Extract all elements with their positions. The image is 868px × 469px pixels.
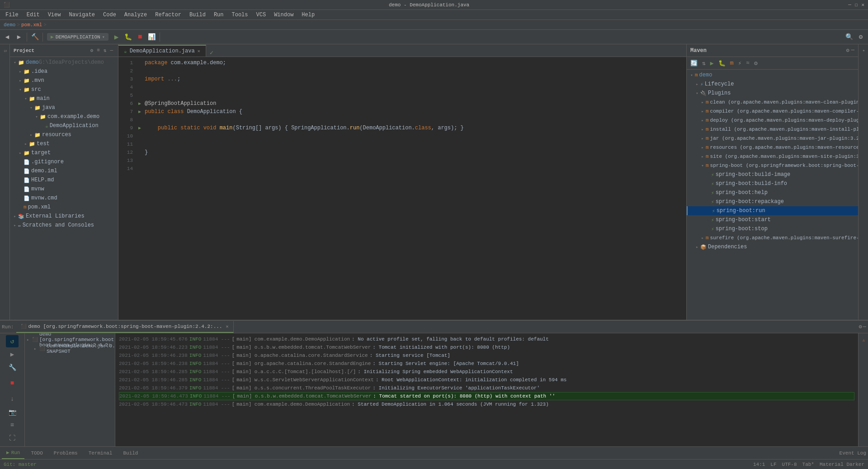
tree-item-pomxml[interactable]: m pom.xml — [10, 203, 118, 212]
run-expand-btn[interactable]: ⛶ — [6, 432, 19, 445]
toolbar-debug-btn[interactable]: 🐛 — [123, 32, 134, 43]
favorites-icon[interactable]: ★ — [861, 48, 866, 52]
minimize-button[interactable]: — — [848, 2, 851, 8]
tree-item-resources[interactable]: ▸ 📁 resources — [10, 130, 118, 139]
tab-close-btn[interactable]: ✕ — [198, 48, 200, 54]
status-encoding[interactable]: UTF-8 — [782, 462, 797, 467]
tree-item-main[interactable]: ▾ 📁 main — [10, 94, 118, 103]
maven-item-build-info[interactable]: ⚡ spring-boot:build-info — [687, 179, 858, 188]
tree-item-package[interactable]: ▾ 📁 com.example.demo — [10, 112, 118, 121]
event-log-btn[interactable]: Event Log — [840, 450, 866, 456]
maven-item-clean[interactable]: ▸ m clean (org.apache.maven.plugins:mave… — [687, 98, 858, 107]
maven-item-springboot[interactable]: ▾ m spring-boot (org.springframework.boo… — [687, 161, 858, 170]
run-sidebar-btn2[interactable]: ▶ — [6, 348, 19, 360]
panel-settings-btn[interactable]: ⚙ — [89, 47, 95, 54]
maven-settings2-btn[interactable]: ⚙ — [752, 59, 760, 68]
maven-run-btn[interactable]: ▶ — [708, 59, 716, 68]
maven-item-dependencies[interactable]: ▸ 📦 Dependencies — [687, 242, 858, 251]
maven-item-boot-stop[interactable]: ⚡ spring-boot:stop — [687, 224, 858, 233]
maven-hide-btn[interactable]: — — [851, 47, 854, 54]
status-git[interactable]: Git: master — [4, 462, 37, 467]
maven-item-install[interactable]: ▸ m install (org.apache.maven.plugins:ma… — [687, 125, 858, 134]
panel-gear-btn[interactable]: ⇅ — [102, 47, 108, 54]
run-scroll-btn[interactable]: ↓ — [6, 393, 19, 405]
toolbar-build-btn[interactable]: 🔨 — [29, 32, 40, 43]
action-tab-run[interactable]: ▶ Run — [2, 447, 24, 459]
editor-tab-demoapplication[interactable]: ☕ DemoApplication.java ✕ — [118, 45, 206, 57]
maven-item-lifecycle[interactable]: ▸ ⚡ Lifecycle — [687, 80, 858, 89]
action-tab-problems[interactable]: Problems — [49, 447, 82, 459]
panel-hide-btn[interactable]: — — [108, 47, 114, 54]
breadcrumb-demo[interactable]: demo — [4, 22, 15, 28]
run-stop-btn[interactable]: ■ — [6, 377, 19, 389]
panel-collapse-btn[interactable]: ≡ — [95, 47, 101, 54]
maven-item-demo[interactable]: ▾ m demo — [687, 71, 858, 80]
maven-item-build-image[interactable]: ⚡ spring-boot:build-image — [687, 170, 858, 179]
maven-execute-btn[interactable]: ⚡ — [736, 59, 743, 68]
run-button[interactable]: ▶ — [111, 32, 122, 43]
menu-navigate[interactable]: Navigate — [65, 11, 99, 19]
menu-window[interactable]: Window — [270, 11, 297, 19]
status-lf[interactable]: LF — [770, 462, 776, 467]
action-tab-todo[interactable]: TODO — [26, 447, 47, 459]
tree-item-scratches[interactable]: ▸ ✏ Scratches and Consoles — [10, 221, 118, 230]
editor-content[interactable]: 1 package com.example.demo; 2 3 import .… — [118, 57, 686, 320]
status-indent[interactable]: Tab* — [802, 462, 814, 467]
run-camera-btn[interactable]: 📷 — [6, 406, 19, 418]
tree-item-test[interactable]: ▸ 📁 test — [10, 139, 118, 148]
menu-build[interactable]: Build — [186, 11, 209, 19]
status-position[interactable]: 14:1 — [753, 462, 765, 467]
tree-item-mvnw[interactable]: 📄 mvnw — [10, 185, 118, 194]
maven-item-site[interactable]: ▸ m site (org.apache.maven.plugins:maven… — [687, 152, 858, 161]
maven-toggle-btn[interactable]: ≈ — [744, 59, 751, 67]
tree-item-demo-root[interactable]: ▾ 📁 demo G:\IdeaProjects\demo — [10, 58, 118, 67]
maven-item-deploy[interactable]: ▸ m deploy (org.apache.maven.plugins:mav… — [687, 116, 858, 125]
toolbar-search-btn[interactable]: 🔍 — [844, 32, 854, 43]
run-tree-item-1[interactable]: ▸ ⬛ com.example.demo:jar:0.0.1-SNAPSHOT … — [25, 344, 115, 353]
breadcrumb-pom[interactable]: pom.xml — [21, 22, 42, 28]
tree-item-mvn[interactable]: ▸ 📁 .mvn — [10, 76, 118, 85]
menu-refactor[interactable]: Refactor — [151, 11, 185, 19]
structure-icon[interactable]: S — [2, 48, 8, 54]
menu-file[interactable]: File — [2, 11, 22, 19]
menu-edit[interactable]: Edit — [23, 11, 43, 19]
menu-analyze[interactable]: Analyze — [121, 11, 151, 19]
toolbar-back-btn[interactable]: ◀ — [2, 32, 13, 43]
tree-item-helpmd[interactable]: 📄 HELP.md — [10, 175, 118, 185]
menu-vcs[interactable]: VCS — [253, 11, 270, 19]
tree-item-idea[interactable]: ▸ 📁 .idea — [10, 67, 118, 76]
run-filter-btn[interactable]: ≡ — [6, 419, 19, 431]
tree-item-demoapplication[interactable]: ☕ DemoApplication — [10, 121, 118, 130]
bottom-hide-btn[interactable]: — — [863, 324, 866, 330]
run-tree-item-0[interactable]: ▸ ⬛ demo [org.springframework.boot:sprin… — [25, 335, 115, 344]
maven-item-compiler[interactable]: ▸ m compiler (org.apache.maven.plugins:m… — [687, 107, 858, 116]
run-tab-close[interactable]: ✕ — [226, 324, 228, 329]
tree-item-extlibs[interactable]: ▸ 📚 External Libraries — [10, 212, 118, 221]
console-output[interactable]: 2021-02-05 18:59:45.676 INFO 11884 --- [… — [115, 333, 858, 446]
stop-button[interactable]: ■ — [135, 32, 146, 43]
maven-skip-tests-btn[interactable]: m — [728, 59, 736, 67]
run-wrench-btn[interactable]: 🔧 — [6, 361, 19, 374]
maven-item-boot-help[interactable]: ⚡ spring-boot:help — [687, 188, 858, 197]
menu-tools[interactable]: Tools — [228, 11, 252, 19]
tree-item-mvnwcmd[interactable]: 📄 mvnw.cmd — [10, 194, 118, 203]
tree-item-gitignore[interactable]: 📄 .gitignore — [10, 157, 118, 166]
tree-item-java[interactable]: ▾ 📁 java — [10, 103, 118, 112]
maven-item-plugins[interactable]: ▾ 🔌 Plugins — [687, 89, 858, 98]
menu-view[interactable]: View — [44, 11, 65, 19]
event-log-icon[interactable]: ⚠ — [859, 336, 868, 344]
maven-item-jar[interactable]: ▸ m jar (org.apache.maven.plugins:maven-… — [687, 134, 858, 143]
action-tab-terminal[interactable]: Terminal — [84, 447, 117, 459]
maven-settings-btn[interactable]: ⚙ — [846, 47, 849, 54]
maximize-button[interactable]: ☐ — [855, 2, 858, 8]
tree-item-target[interactable]: ▸ 📁 target — [10, 148, 118, 157]
tree-item-src[interactable]: ▾ 📁 src — [10, 85, 118, 94]
maven-collapse-btn[interactable]: ⇅ — [700, 59, 708, 68]
maven-item-surefire[interactable]: ▸ m surefire (org.apache.maven.plugins:m… — [687, 233, 858, 242]
status-theme[interactable]: Material Darker — [820, 462, 864, 467]
maven-refresh-btn[interactable]: 🔄 — [689, 59, 699, 68]
maven-debug-btn[interactable]: 🐛 — [717, 59, 727, 68]
toolbar-coverage-btn[interactable]: 📊 — [146, 32, 157, 43]
run-restart-btn[interactable]: ↺ — [6, 335, 19, 347]
menu-code[interactable]: Code — [99, 11, 120, 19]
